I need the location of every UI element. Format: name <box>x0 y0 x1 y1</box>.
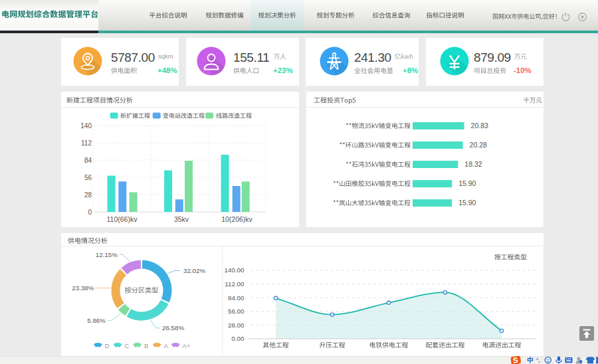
svg-text:10(206)kv: 10(206)kv <box>221 215 252 223</box>
svg-text:32.02%: 32.02% <box>183 267 206 274</box>
svg-text:C: C <box>125 342 130 349</box>
svg-text:140: 140 <box>80 122 92 130</box>
svg-text:0: 0 <box>88 209 92 216</box>
svg-text:°,: °, <box>536 357 540 363</box>
svg-text:84: 84 <box>84 157 92 164</box>
svg-text:15.90: 15.90 <box>458 179 476 187</box>
svg-text:56.00: 56.00 <box>228 308 245 315</box>
svg-text:18.32: 18.32 <box>464 160 482 168</box>
svg-text:0.00: 0.00 <box>231 335 245 342</box>
svg-text:140.00: 140.00 <box>225 266 245 274</box>
svg-text:28.00: 28.00 <box>228 321 245 329</box>
svg-text:110(66)kv: 110(66)kv <box>107 215 138 223</box>
svg-text:35kv: 35kv <box>174 215 189 223</box>
svg-text:A+: A+ <box>183 342 191 349</box>
svg-text:112: 112 <box>81 139 92 147</box>
svg-text:56: 56 <box>84 174 92 181</box>
svg-text:B: B <box>144 342 148 349</box>
svg-text:15.90: 15.90 <box>458 199 476 207</box>
svg-text:23.38%: 23.38% <box>72 284 94 292</box>
svg-text:D: D <box>105 342 110 349</box>
svg-text:5.86%: 5.86% <box>87 317 106 324</box>
svg-text:112.00: 112.00 <box>225 280 245 288</box>
svg-text:A: A <box>164 342 169 349</box>
svg-text:20.28: 20.28 <box>470 141 487 149</box>
svg-text:28: 28 <box>84 191 92 199</box>
svg-text:26.58%: 26.58% <box>162 324 185 331</box>
svg-text:84.00: 84.00 <box>228 294 245 302</box>
svg-text:20.83: 20.83 <box>471 122 488 130</box>
svg-text:12.15%: 12.15% <box>96 251 118 258</box>
